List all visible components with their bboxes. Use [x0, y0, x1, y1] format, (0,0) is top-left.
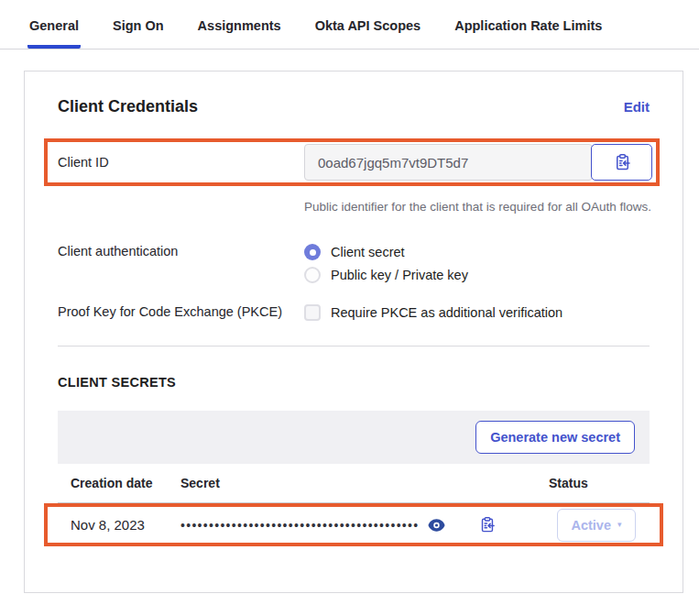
section-divider — [58, 346, 650, 346]
masked-secret-value: ••••••••••••••••••••••••••••••••••••••••… — [180, 519, 419, 532]
client-id-help-text: Public identifier for the client that is… — [304, 195, 680, 219]
radio-public-private-key[interactable]: Public key / Private key — [304, 267, 468, 283]
copy-client-id-button[interactable] — [591, 144, 652, 181]
secrets-table-header-row: Creation date Secret Status — [58, 464, 650, 503]
radio-client-secret-label: Client secret — [331, 245, 405, 259]
radio-selected-icon[interactable] — [304, 244, 321, 260]
radio-unselected-icon[interactable] — [304, 267, 321, 283]
client-credentials-card: Client Credentials Edit Client ID Public… — [24, 71, 683, 593]
client-id-input[interactable] — [304, 144, 593, 181]
highlight-box-client-id: Client ID — [44, 138, 660, 186]
copy-secret-button[interactable] — [478, 516, 496, 534]
client-id-field-group — [304, 144, 652, 181]
pkce-row: Proof Key for Code Exchange (PKCE) Requi… — [58, 304, 650, 321]
app-tab-bar: General Sign On Assignments Okta API Sco… — [0, 0, 699, 50]
table-row: Nov 8, 2023 ••••••••••••••••••••••••••••… — [48, 507, 660, 543]
client-credentials-header: Client Credentials Edit — [58, 97, 650, 116]
secrets-table-toolbar: Generate new secret — [58, 411, 650, 464]
column-header-status: Status — [549, 476, 637, 490]
column-header-creation-date: Creation date — [71, 476, 180, 490]
section-title-client-credentials: Client Credentials — [58, 97, 198, 116]
status-dropdown[interactable]: Active ▾ — [557, 509, 636, 542]
tab-sign-on[interactable]: Sign On — [111, 18, 166, 49]
tab-okta-api-scopes[interactable]: Okta API Scopes — [313, 18, 423, 49]
section-title-client-secrets: CLIENT SECRETS — [58, 375, 650, 390]
radio-client-secret[interactable]: Client secret — [304, 244, 468, 260]
pkce-label: Proof Key for Code Exchange (PKCE) — [58, 304, 304, 319]
clipboard-copy-icon — [613, 153, 631, 171]
client-authentication-label: Client authentication — [58, 244, 304, 258]
tab-assignments[interactable]: Assignments — [196, 18, 283, 49]
client-id-label: Client ID — [58, 155, 304, 170]
pkce-checkbox-row[interactable]: Require PKCE as additional verification — [304, 304, 562, 321]
column-header-secret: Secret — [180, 476, 549, 490]
status-label: Active — [571, 518, 611, 533]
client-secrets-table: Generate new secret Creation date Secret… — [58, 411, 650, 546]
eye-icon[interactable] — [428, 519, 445, 532]
chevron-down-icon: ▾ — [617, 521, 622, 529]
highlight-box-secret-row: Nov 8, 2023 ••••••••••••••••••••••••••••… — [44, 503, 663, 546]
edit-link[interactable]: Edit — [624, 99, 650, 115]
radio-public-private-key-label: Public key / Private key — [331, 268, 468, 282]
client-authentication-row: Client authentication Client secret Publ… — [58, 244, 650, 283]
tab-general[interactable]: General — [27, 18, 81, 49]
pkce-checkbox-label: Require PKCE as additional verification — [331, 305, 562, 320]
generate-new-secret-button[interactable]: Generate new secret — [475, 421, 635, 454]
clipboard-copy-icon — [478, 516, 496, 534]
checkbox-unchecked-icon[interactable] — [304, 304, 321, 321]
tab-application-rate-limits[interactable]: Application Rate Limits — [453, 18, 604, 49]
secret-creation-date: Nov 8, 2023 — [71, 517, 180, 533]
client-authentication-options: Client secret Public key / Private key — [304, 244, 468, 283]
